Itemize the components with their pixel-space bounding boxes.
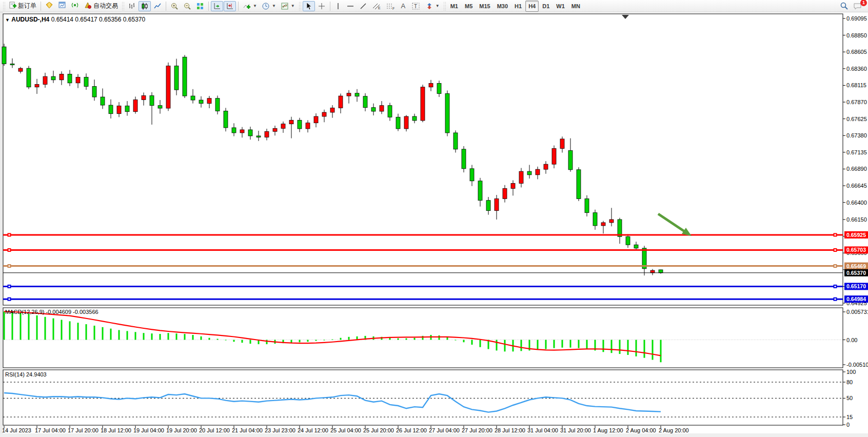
macd-bar <box>86 324 87 340</box>
macd-bar <box>644 340 645 358</box>
toolbar-grip[interactable] <box>3 2 5 11</box>
market-window-button[interactable] <box>56 1 68 11</box>
macd-bar <box>307 340 309 342</box>
price-axis-label: 0.66400 <box>846 200 867 206</box>
ohlc-close: 0.65370 <box>123 16 145 23</box>
quotes-button[interactable] <box>43 1 55 11</box>
timeframe-button-M1[interactable]: M1 <box>447 1 461 12</box>
text-button[interactable]: A <box>398 1 409 11</box>
macd-bar <box>398 339 399 340</box>
toolbar-grip[interactable] <box>299 2 301 11</box>
macd-bar <box>324 340 325 341</box>
macd-bar <box>422 336 424 340</box>
symbol-period-label: AUDUSD-,H4 <box>11 16 49 23</box>
date-axis-label: 19 Jul 20:00 <box>166 427 197 433</box>
macd-bar <box>127 331 128 340</box>
macd-bar <box>53 319 54 340</box>
text-label-button[interactable]: T <box>409 1 423 11</box>
candle <box>421 85 425 122</box>
timeframe-toolbar: M1M5M15M30H1H4D1W1MN <box>447 1 583 12</box>
new-order-button[interactable]: 新订单 <box>7 1 38 11</box>
macd-bar <box>652 340 654 360</box>
signals-button[interactable] <box>69 1 81 11</box>
search-icon <box>840 2 849 10</box>
timeframe-button-MN[interactable]: MN <box>568 1 583 12</box>
auto-scroll-button[interactable] <box>211 1 223 11</box>
price-tag-0.65170-text: 0.65170 <box>846 283 866 289</box>
candle <box>577 167 581 201</box>
date-axis-label: 27 Jul 20:00 <box>462 427 492 433</box>
chart-canvas[interactable]: 0.690950.688500.686050.683600.681150.678… <box>0 0 868 437</box>
timeframe-button-M30[interactable]: M30 <box>494 1 511 12</box>
toolbar-grip[interactable] <box>443 2 446 11</box>
crosshair-button[interactable] <box>315 1 328 11</box>
macd-bar <box>135 332 136 340</box>
timeframe-button-D1[interactable]: D1 <box>539 1 553 12</box>
date-axis-label: 31 Jul 04:00 <box>527 427 558 433</box>
macd-bar <box>414 338 416 340</box>
bid-price-tag-text: 0.65370 <box>846 270 866 276</box>
horizontal-line-button[interactable] <box>344 1 357 11</box>
equidistant-channel-button[interactable]: E <box>370 1 383 11</box>
rsi-axis-label: 80 <box>846 379 853 385</box>
date-axis-label: 14 Jul 2023 <box>2 427 31 433</box>
macd-bar <box>315 340 317 341</box>
price-axis-label: 0.67625 <box>846 116 867 122</box>
date-axis-label: 24 Jul 12:00 <box>298 427 328 433</box>
tile-windows-button[interactable] <box>194 1 206 11</box>
zoom-in-button[interactable] <box>168 1 181 11</box>
chevron-down-icon: ▼ <box>436 4 440 8</box>
window-bottom-edge <box>0 433 868 437</box>
collapse-triangle-icon[interactable]: ▼ <box>5 17 10 23</box>
chevron-down-icon: ▼ <box>272 4 276 8</box>
candlestick-chart-button[interactable] <box>139 1 151 11</box>
window-left-grip[interactable] <box>0 12 3 437</box>
timeframe-button-H4[interactable]: H4 <box>525 1 539 12</box>
bar-chart-button[interactable] <box>126 1 138 11</box>
macd-bar <box>102 327 104 340</box>
macd-bar <box>660 340 662 363</box>
line-chart-icon <box>153 2 162 10</box>
date-axis-label: 17 Jul 20:00 <box>68 427 98 433</box>
macd-bar <box>233 340 235 342</box>
macd-bar <box>4 311 5 340</box>
chat-button[interactable]: 1 <box>851 1 864 11</box>
timeframe-button-M15[interactable]: M15 <box>476 1 493 12</box>
indicators-button[interactable]: ▼ <box>241 1 259 11</box>
macd-bar <box>250 340 251 344</box>
trendline-button[interactable] <box>357 1 369 11</box>
toolbar-grip[interactable] <box>122 2 124 11</box>
date-axis-label: 23 Jul 23:00 <box>265 427 295 433</box>
cursor-button[interactable] <box>303 1 315 11</box>
macd-bar <box>603 340 604 352</box>
macd-bar <box>586 340 588 349</box>
line-chart-button[interactable] <box>151 1 164 11</box>
signal-icon <box>71 1 79 11</box>
timeframe-button-W1[interactable]: W1 <box>553 1 568 12</box>
svg-text:E: E <box>378 6 381 10</box>
macd-bar <box>619 340 621 354</box>
fibonacci-button[interactable]: F <box>384 1 397 11</box>
autotrading-button[interactable]: 自动交易 <box>82 1 120 11</box>
date-axis-label: 28 Jul 12:00 <box>495 427 525 433</box>
periods-button[interactable]: ▼ <box>260 1 278 11</box>
macd-bar <box>151 333 153 340</box>
timeframe-button-M5[interactable]: M5 <box>462 1 476 12</box>
date-axis-label: 17 Jul 04:00 <box>35 427 66 433</box>
candle <box>166 63 170 111</box>
arrows-button[interactable]: ▼ <box>423 1 442 11</box>
zoom-out-button[interactable] <box>181 1 193 11</box>
search-button[interactable] <box>838 1 851 11</box>
vertical-line-button[interactable] <box>332 1 344 11</box>
templates-button[interactable]: ▼ <box>279 1 297 11</box>
price-axis-label: 0.68605 <box>846 49 867 55</box>
macd-bar <box>496 340 498 351</box>
line-handle-center <box>9 265 10 267</box>
macd-bar <box>201 336 202 340</box>
main-chart-panel[interactable] <box>3 14 843 305</box>
timeframe-button-H1[interactable]: H1 <box>511 1 525 12</box>
svg-text:F: F <box>392 7 394 10</box>
chart-shift-button[interactable] <box>224 1 236 11</box>
date-axis-label: 19 Jul 04:00 <box>133 427 164 433</box>
date-axis-label: 25 Jul 20:00 <box>363 427 394 433</box>
